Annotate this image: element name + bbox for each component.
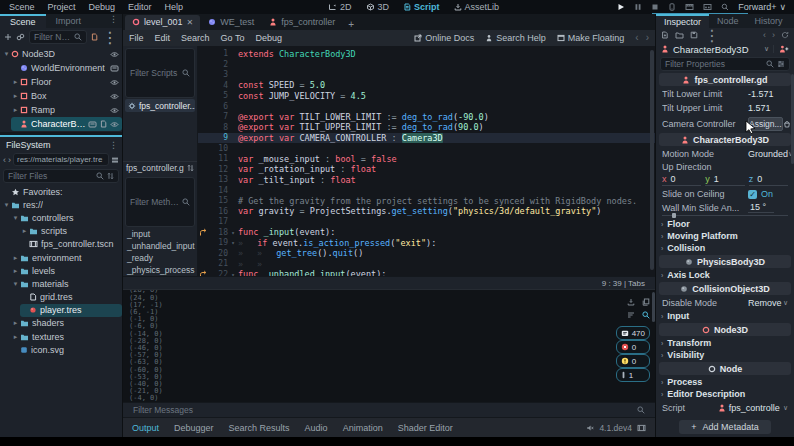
code-line-15[interactable]: 15# Get the gravity from the project set…	[198, 196, 655, 207]
script-value[interactable]: fps_controlle	[718, 403, 780, 413]
tree-item-characterbody3d[interactable]: CharacterBody3D	[11, 117, 122, 131]
tree-item-fps-controller-tscn[interactable]: fps_controller.tscn	[20, 238, 122, 251]
filter-files-input[interactable]: Filter Files	[3, 169, 119, 183]
method-_ready[interactable]: _ready	[123, 252, 197, 264]
link-make-floating[interactable]: Make Floating	[557, 33, 625, 43]
code-line-7[interactable]: 7@export var TILT_LOWER_LIMIT := deg_to_…	[198, 112, 655, 123]
code-line-11[interactable]: 11var _mouse_input : bool = false	[198, 154, 655, 165]
history-forward-icon[interactable]: ›	[772, 30, 775, 40]
category-collision[interactable]: ›Collision	[656, 242, 794, 254]
dropdown-value[interactable]: Grounded	[748, 149, 788, 159]
file-tab-we_test[interactable]: WE_test	[201, 15, 261, 30]
tree-item-scripts[interactable]: ▸scripts	[20, 225, 122, 238]
slider-track[interactable]	[662, 215, 788, 216]
vector-y-field[interactable]: y1	[705, 173, 744, 186]
bottom-tab-debugger[interactable]: Debugger	[174, 423, 214, 433]
script-menu-go-to[interactable]: Go To	[221, 33, 245, 43]
scene-dock-tab-import[interactable]: Import	[46, 14, 92, 28]
counter-misc[interactable]: 1	[616, 368, 650, 382]
gutter-breakpoint[interactable]	[198, 228, 208, 237]
file-tab-fps_controller[interactable]: fps_controller	[262, 15, 342, 30]
property-value[interactable]: -1.571	[748, 89, 774, 99]
code-line-8[interactable]: 8@export var TILT_UPPER_LIMIT := deg_to_…	[198, 122, 655, 133]
bottom-tab-audio[interactable]: Audio	[305, 423, 328, 433]
fold-toggle[interactable]: ▾	[228, 239, 238, 246]
save-icon[interactable]	[690, 31, 698, 39]
audio-mute-icon[interactable]	[586, 424, 594, 432]
fold-toggle[interactable]: ▾	[228, 271, 238, 277]
category-editor-description[interactable]: ›Editor Description	[656, 388, 794, 400]
script-icon[interactable]	[100, 120, 107, 128]
close-icon[interactable]: ✕	[187, 18, 194, 27]
code-line-10[interactable]: 10	[198, 143, 655, 154]
code-line-18[interactable]: 18▾func _input(event):	[198, 227, 655, 238]
section-fps-controller-gd[interactable]: fps_controller.gd	[659, 73, 791, 86]
code-line-17[interactable]: 17	[198, 217, 655, 228]
sort-icon[interactable]	[107, 172, 114, 180]
pause-icon[interactable]	[634, 3, 642, 11]
code-line-12[interactable]: 12var _rotation_input : float	[198, 164, 655, 175]
clear-output-icon[interactable]	[627, 298, 635, 306]
tree-item-ramp[interactable]: ▸Ramp	[11, 103, 122, 117]
property-filter-icon[interactable]	[777, 60, 785, 68]
reload-icon[interactable]	[781, 31, 789, 39]
split-mode-toggle-icon[interactable]	[111, 156, 119, 164]
code-line-6[interactable]: 6	[198, 101, 655, 112]
mode-button-script[interactable]: Script	[403, 2, 440, 12]
tree-arrow[interactable]: ▾	[11, 214, 20, 222]
mode-button-assetlib[interactable]: AssetLib	[454, 2, 500, 12]
history-forward-icon[interactable]: ›	[646, 32, 649, 43]
new-tab-button[interactable]: +	[343, 19, 359, 30]
script-list-item[interactable]: fps_controller...	[125, 99, 195, 112]
tree-arrow[interactable]: ▸	[11, 106, 20, 114]
bottom-tab-animation[interactable]: Animation	[343, 423, 383, 433]
code-line-3[interactable]: 3	[198, 70, 655, 81]
history-forward-icon[interactable]: ›	[8, 155, 11, 165]
code-line-5[interactable]: 5const JUMP_VELOCITY = 4.5	[198, 91, 655, 102]
code-scrollbar[interactable]	[650, 50, 654, 270]
script-menu-file[interactable]: File	[129, 33, 144, 43]
badge-icon[interactable]	[88, 120, 97, 128]
instance-scene-icon[interactable]	[16, 33, 25, 41]
tree-arrow[interactable]: ▾	[2, 201, 11, 209]
attach-script-icon[interactable]	[91, 33, 98, 41]
visibility-toggle-icon[interactable]	[110, 107, 119, 114]
filter-nodes-input[interactable]: Filter Nodes	[29, 30, 87, 44]
tree-item-node3d[interactable]: ▾Node3D	[2, 47, 122, 61]
code-line-9[interactable]: 9@export var CAMERA_CONTROLLER : Camera3…	[198, 133, 655, 144]
tree-arrow[interactable]: ▾	[11, 280, 20, 288]
badge-icon[interactable]	[110, 65, 119, 72]
tree-arrow[interactable]: ▸	[11, 254, 20, 262]
tree-arrow[interactable]: ▸	[11, 333, 20, 341]
tree-arrow[interactable]: ▸	[20, 227, 29, 235]
vector-x-field[interactable]: x0	[662, 173, 701, 186]
menu-help[interactable]: Help	[165, 2, 184, 12]
visibility-toggle-icon[interactable]	[110, 79, 119, 86]
inspector-tab-inspector[interactable]: Inspector	[656, 14, 709, 28]
mode-button-3d[interactable]: 3D	[366, 2, 390, 12]
code-line-19[interactable]: 19▾»if event.is_action_pressed("exit"):	[198, 238, 655, 249]
more-icon[interactable]: ⋮	[109, 140, 118, 150]
add-node-icon[interactable]	[4, 33, 12, 41]
output-scrollbar[interactable]	[652, 292, 655, 322]
tree-item-icon-svg[interactable]: icon.svg	[11, 343, 122, 356]
movie-writer-icon[interactable]	[703, 3, 712, 11]
method-_unhandled_input[interactable]: _unhandled_input	[123, 240, 197, 252]
tree-item-box[interactable]: ▸Box	[11, 89, 122, 103]
tree-arrow[interactable]: ▸	[11, 267, 20, 275]
script-menu-search[interactable]: Search	[181, 33, 210, 43]
vector-z-field[interactable]: z0	[749, 173, 788, 186]
renderer-select[interactable]: Forward+∨	[738, 2, 786, 12]
counter-errors[interactable]: 0	[616, 340, 650, 354]
inspector-node-selector[interactable]: CharacterBody3D∨	[656, 42, 794, 56]
tree-arrow[interactable]: ▸	[11, 92, 20, 100]
tree-item-controllers[interactable]: ▾controllers	[11, 211, 122, 224]
category-process[interactable]: ›Process	[656, 376, 794, 388]
tree-item-floor[interactable]: ▸Floor	[11, 75, 122, 89]
category-visibility[interactable]: ›Visibility	[656, 349, 794, 361]
code-line-22[interactable]: 22▾func _unhandled_input(event):	[198, 269, 655, 276]
bottom-tab-output[interactable]: Output	[132, 423, 159, 433]
history-back-icon[interactable]: ‹	[763, 30, 766, 40]
add-metadata-button[interactable]: +Add Metadata	[679, 420, 770, 434]
property-value[interactable]: 1.571	[748, 103, 771, 113]
